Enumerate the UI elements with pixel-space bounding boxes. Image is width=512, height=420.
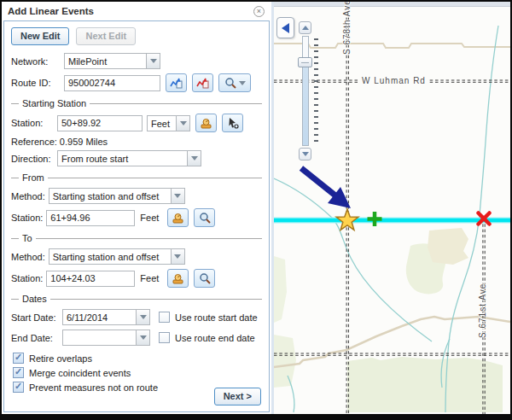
select-route-red-icon: [196, 77, 209, 89]
station-label: Station:: [11, 118, 54, 128]
to-method-value[interactable]: Starting station and offset: [49, 248, 171, 265]
units-combo[interactable]: Feet: [147, 115, 190, 131]
starting-station-input[interactable]: [57, 115, 143, 131]
application-window: Add Linear Events × New Edit Next Edit N…: [0, 0, 512, 420]
magnifier-icon: [199, 272, 211, 284]
use-route-start-date-checkbox[interactable]: [159, 312, 170, 323]
end-date-dropdown-button[interactable]: [136, 330, 150, 346]
from-legend: From: [22, 172, 44, 183]
to-zoom-to-button[interactable]: [194, 269, 215, 288]
start-date-value[interactable]: 6/11/2014: [62, 309, 136, 325]
measure-station-button[interactable]: [195, 114, 217, 132]
chevron-up-icon: [302, 26, 309, 30]
panel-title: Add Linear Events: [8, 6, 94, 16]
from-method-dropdown-button[interactable]: [171, 188, 185, 204]
to-method-combo[interactable]: Starting station and offset: [49, 248, 185, 265]
collapse-left-icon: [282, 23, 289, 33]
to-station-label: Station:: [11, 273, 43, 283]
chevron-down-icon: [302, 152, 309, 156]
direction-value[interactable]: From route start: [57, 150, 187, 166]
zoom-slider-handle[interactable]: [298, 57, 312, 67]
chevron-down-icon: [180, 121, 187, 125]
merge-coincident-events-checkbox[interactable]: [13, 367, 24, 378]
prevent-measures-checkbox[interactable]: [13, 382, 24, 393]
road-label-vertical-right: S 671st Ave: [478, 278, 487, 338]
close-icon[interactable]: ×: [253, 6, 265, 17]
next-button[interactable]: Next >: [214, 388, 261, 405]
pick-station-on-map-button[interactable]: [222, 114, 243, 132]
merge-coincident-events-label: Merge coincident events: [29, 368, 131, 378]
pointer-select-icon: [227, 117, 239, 129]
use-route-end-date-checkbox[interactable]: [159, 332, 170, 343]
start-date-combo[interactable]: 6/11/2014: [62, 309, 150, 325]
from-units-label: Feet: [140, 213, 159, 223]
network-dropdown-button[interactable]: [146, 53, 160, 69]
to-method-dropdown-button[interactable]: [171, 248, 185, 265]
select-route-blue-icon: [170, 77, 183, 89]
from-station-input[interactable]: [46, 210, 135, 226]
station-gauge-icon: [172, 273, 184, 284]
select-route-on-map-button[interactable]: [166, 73, 187, 92]
start-station-star-marker: [336, 209, 358, 230]
map-top-band: [274, 2, 510, 6]
zoom-slider-ticks: [314, 38, 318, 146]
zoom-out-button[interactable]: [299, 148, 311, 160]
clear-route-selection-button[interactable]: [192, 73, 213, 92]
zoom-slider-track[interactable]: [302, 36, 309, 146]
from-plus-marker: [368, 212, 382, 226]
to-legend: To: [22, 233, 32, 243]
dates-legend: Dates: [22, 294, 47, 304]
direction-combo[interactable]: From route start: [57, 150, 201, 166]
units-value[interactable]: Feet: [147, 115, 176, 131]
route-search-menu-button[interactable]: [218, 73, 251, 92]
new-edit-button[interactable]: New Edit: [11, 27, 69, 45]
next-edit-button: Next Edit: [76, 27, 136, 45]
use-route-start-date-label: Use route start date: [175, 312, 258, 323]
to-measure-button[interactable]: [167, 269, 189, 288]
chevron-down-icon: [239, 81, 246, 85]
route-id-label: Route ID:: [11, 78, 61, 88]
chevron-down-icon: [174, 194, 181, 198]
map-viewport[interactable]: W Luhman Rd S 678th Ave S 671st Ave: [274, 2, 510, 414]
chevron-down-icon: [191, 156, 198, 160]
road-label-horizontal: W Luhman Rd: [359, 76, 428, 85]
to-units-label: Feet: [140, 273, 159, 283]
chevron-down-icon: [150, 59, 157, 63]
end-date-combo[interactable]: [62, 330, 150, 346]
chevron-down-icon: [140, 335, 147, 340]
to-separator: To: [11, 233, 262, 243]
use-route-end-date-label: Use route end date: [175, 333, 255, 343]
to-method-label: Method:: [11, 252, 45, 262]
network-value[interactable]: MilePoint: [64, 53, 146, 69]
end-date-value[interactable]: [62, 330, 136, 346]
start-date-label: Start Date:: [11, 312, 59, 323]
chevron-down-icon: [140, 315, 147, 319]
from-station-label: Station:: [11, 213, 43, 223]
starting-station-separator: Starting Station: [11, 98, 262, 108]
direction-dropdown-button[interactable]: [187, 150, 201, 166]
retire-overlaps-checkbox[interactable]: [13, 353, 24, 364]
road-label-vertical-left: S 678th Ave: [342, 5, 352, 55]
panel-header: Add Linear Events ×: [2, 2, 271, 19]
from-method-value[interactable]: Starting station and offset: [49, 188, 171, 204]
magnifier-icon: [224, 77, 236, 89]
end-date-label: End Date:: [11, 333, 59, 343]
panel-body: New Edit Next Edit Network: MilePoint Ro…: [3, 20, 270, 412]
prevent-measures-label: Prevent measures not on route: [29, 382, 158, 393]
zoom-in-button[interactable]: [299, 21, 311, 34]
from-separator: From: [11, 172, 262, 183]
to-station-input[interactable]: [46, 271, 135, 287]
land-parcels: [274, 228, 503, 412]
callout-arrow: [301, 168, 351, 208]
units-dropdown-button[interactable]: [176, 115, 190, 131]
retire-overlaps-label: Retire overlaps: [29, 353, 92, 364]
start-date-dropdown-button[interactable]: [136, 309, 150, 325]
from-method-combo[interactable]: Starting station and offset: [49, 188, 185, 204]
route-id-input[interactable]: [64, 75, 160, 91]
collapse-panel-button[interactable]: [276, 17, 294, 38]
station-gauge-icon: [200, 118, 212, 129]
from-zoom-to-button[interactable]: [194, 208, 215, 227]
from-measure-button[interactable]: [167, 208, 189, 227]
magnifier-icon: [199, 212, 211, 224]
network-combo[interactable]: MilePoint: [64, 53, 160, 69]
